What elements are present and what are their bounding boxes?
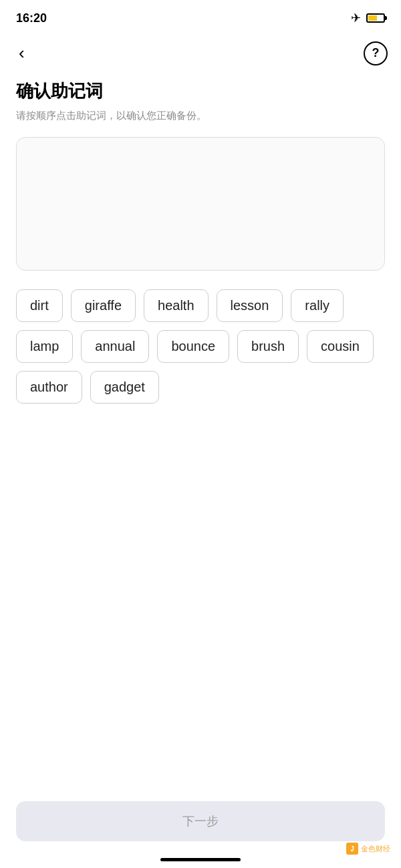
word-giraffe[interactable]: giraffe <box>71 289 136 322</box>
words-grid: dirtgiraffehealthlessonrallylampannualbo… <box>0 289 401 404</box>
battery-fill <box>368 15 377 21</box>
page-title: 确认助记词 <box>16 80 385 103</box>
page-subtitle: 请按顺序点击助记词，以确认您正确备份。 <box>16 108 385 124</box>
status-time: 16:20 <box>16 11 47 25</box>
word-brush[interactable]: brush <box>237 330 299 363</box>
word-cousin[interactable]: cousin <box>307 330 374 363</box>
word-author[interactable]: author <box>16 371 82 404</box>
back-button[interactable]: ‹ <box>13 40 30 66</box>
next-button[interactable]: 下一步 <box>16 801 385 841</box>
word-bounce[interactable]: bounce <box>157 330 229 363</box>
watermark: J 金色财经 <box>346 843 390 855</box>
airplane-icon: ✈ <box>351 11 361 25</box>
main-content: 确认助记词 请按顺序点击助记词，以确认您正确备份。 <box>0 73 401 271</box>
help-button[interactable]: ? <box>364 41 388 65</box>
watermark-icon: J <box>346 843 358 855</box>
selection-area <box>16 137 385 271</box>
word-annual[interactable]: annual <box>81 330 149 363</box>
word-health[interactable]: health <box>144 289 209 322</box>
status-icons: ✈ <box>351 11 385 25</box>
nav-bar: ‹ ? <box>0 33 401 73</box>
home-indicator <box>160 858 241 861</box>
word-lamp[interactable]: lamp <box>16 330 73 363</box>
watermark-text: 金色财经 <box>361 844 390 854</box>
status-bar: 16:20 ✈ <box>0 0 401 33</box>
word-dirt[interactable]: dirt <box>16 289 63 322</box>
word-rally[interactable]: rally <box>291 289 344 322</box>
word-lesson[interactable]: lesson <box>217 289 283 322</box>
battery-icon <box>366 13 385 23</box>
word-gadget[interactable]: gadget <box>90 371 159 404</box>
